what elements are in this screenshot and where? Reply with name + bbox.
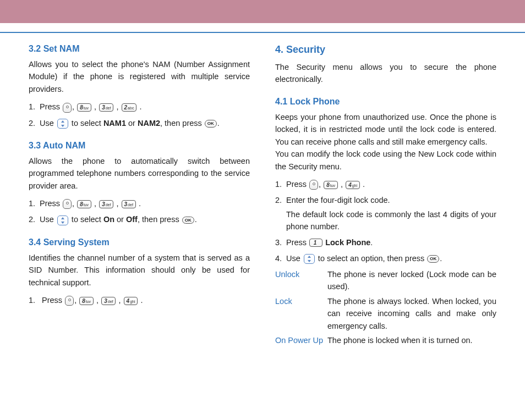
- step-3-3-1: 1. Press , 8tuv , 3def , 3def .: [29, 197, 250, 210]
- para-4: The Security menu allows you to secure t…: [275, 61, 496, 86]
- nav-key-icon: [57, 119, 68, 129]
- key-2-icon: 2abc: [122, 103, 137, 112]
- para-4-1-b: You can modify the lock code using the N…: [275, 148, 496, 173]
- ok-key-icon: OK: [205, 120, 217, 128]
- para-3-4: Identifies the channel number of a syste…: [29, 252, 250, 289]
- option-on-power-up: On Power Up The phone is locked when it …: [275, 334, 496, 346]
- key-3-icon: 3def: [101, 297, 116, 305]
- step-4-1-4: 4. Use to select an option, then press O…: [275, 252, 496, 265]
- key-3-icon: 3def: [99, 200, 113, 208]
- step-4-1-3: 3. Press 1 Lock Phone.: [275, 236, 496, 249]
- key-1-icon: 1: [309, 239, 322, 247]
- option-unlock: Unlock The phone is never locked (Lock m…: [275, 268, 496, 293]
- key-8-icon: 8tuv: [77, 103, 91, 112]
- nav-key-icon: [57, 215, 68, 225]
- heading-4: 4. Security: [275, 44, 496, 56]
- key-3-icon: 3def: [99, 103, 113, 112]
- key-4-icon: 4ghi: [346, 181, 360, 189]
- lock-options: Unlock The phone is never locked (Lock m…: [275, 268, 496, 347]
- menu-key-icon: [65, 296, 74, 306]
- heading-4-1: 4.1 Lock Phone: [275, 97, 496, 107]
- steps-3-4: 1. Press , 8tuv , 3def , 4ghi .: [29, 294, 250, 307]
- step-3-2-2: 2. Use to select NAM1 or NAM2, then pres…: [29, 117, 250, 130]
- key-3-icon: 3def: [122, 200, 136, 208]
- key-4-icon: 4ghi: [124, 297, 138, 305]
- step-4-1-1: 1. Press , 8tuv , 4ghi .: [275, 178, 496, 191]
- step-3-2-1: 1. Press , 8tuv , 3def , 2abc .: [29, 101, 250, 113]
- heading-3-3: 3.3 Auto NAM: [29, 141, 250, 151]
- option-lock: Lock The phone is always locked. When lo…: [275, 295, 496, 332]
- ok-key-icon: OK: [182, 217, 194, 224]
- page-content: 3.2 Set NAM Allows you to select the pho…: [0, 33, 525, 349]
- key-8-icon: 8tuv: [79, 297, 94, 305]
- nav-key-icon: [304, 254, 315, 264]
- steps-3-3: 1. Press , 8tuv , 3def , 3def . 2. Use t…: [29, 197, 250, 226]
- key-8-icon: 8tuv: [77, 200, 91, 208]
- right-column: 4. Security The Security menu allows you…: [275, 44, 496, 349]
- para-3-3: Allows the phone to automatically switch…: [29, 155, 250, 192]
- step-4-1-2: 2. Enter the four-digit lock code. The d…: [275, 194, 496, 233]
- header-bar: [0, 0, 525, 23]
- key-8-icon: 8tuv: [324, 181, 338, 189]
- steps-3-2: 1. Press , 8tuv , 3def , 2abc . 2. Use t…: [29, 101, 250, 129]
- menu-key-icon: [309, 180, 318, 190]
- menu-key-icon: [63, 103, 72, 113]
- step-3-3-2: 2. Use to select On or Off, then press O…: [29, 213, 250, 226]
- step-3-4-1: 1. Press , 8tuv , 3def , 4ghi .: [29, 294, 250, 307]
- ok-key-icon: OK: [427, 255, 439, 263]
- steps-4-1: 1. Press , 8tuv , 4ghi . 2. Enter the fo…: [275, 178, 496, 265]
- heading-3-2: 3.2 Set NAM: [29, 44, 250, 54]
- para-4-1-a: Keeps your phone from unauthorized use. …: [275, 111, 496, 148]
- menu-key-icon: [63, 199, 72, 209]
- left-column: 3.2 Set NAM Allows you to select the pho…: [29, 44, 250, 349]
- heading-3-4: 3.4 Serving System: [29, 237, 250, 247]
- para-3-2: Allows you to select the phone's NAM (Nu…: [29, 58, 250, 95]
